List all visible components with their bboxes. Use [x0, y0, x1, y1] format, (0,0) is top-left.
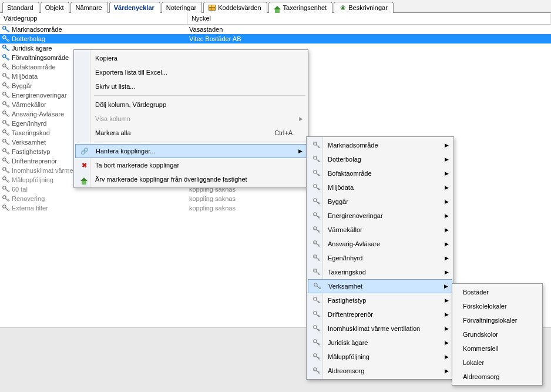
row-group-label: Driftentreprenör: [12, 156, 57, 166]
menu-item[interactable]: Inomhusklimat värme ventilation▶: [308, 321, 452, 336]
delete-icon: ✖: [76, 159, 92, 172]
menu-item[interactable]: Lokaler: [453, 356, 541, 370]
menu-item[interactable]: 🔗Hantera kopplingar...▶: [75, 144, 307, 158]
context-submenu-hantera: Marknadsområde▶Dotterbolag▶Bofaktaområde…: [306, 136, 454, 380]
table-row[interactable]: DotterbolagVitec Bostäder AB: [0, 34, 551, 43]
menu-item[interactable]: Egen/Inhyrd▶: [308, 251, 452, 265]
menu-item[interactable]: Äldreomsorg: [453, 370, 541, 384]
key-icon: [1, 138, 11, 147]
table-row[interactable]: MarknadsområdeVasastaden: [0, 25, 551, 34]
menu-item[interactable]: Fastighetstyp▶: [308, 293, 452, 307]
column-header-key[interactable]: Nyckel: [188, 13, 551, 24]
tab-beskrivningar[interactable]: ❀Beskrivningar: [334, 2, 394, 13]
row-group-label: Verksamhet: [12, 138, 46, 147]
row-key-value: Vitec Bostäder AB: [188, 34, 551, 43]
menu-item: Visa kolumn▶: [75, 112, 307, 126]
tab-koddelsvärden[interactable]: Koddelsvärden: [203, 2, 267, 13]
svg-line-35: [8, 106, 9, 108]
row-group-label: Juridisk ägare: [12, 43, 52, 53]
menu-item[interactable]: Byggår▶: [308, 195, 452, 209]
row-group-label: Renovering: [12, 194, 45, 203]
menu-item-label: Miljödata: [328, 184, 438, 191]
menu-item[interactable]: Marknadsområde▶: [308, 138, 452, 152]
svg-line-142: [318, 357, 320, 359]
menu-item-label: Äldreomsorg: [463, 373, 527, 380]
menu-item[interactable]: Taxeringskod▶: [308, 265, 452, 279]
menu-item-label: Bostäder: [463, 289, 527, 296]
menu-item[interactable]: Kopiera: [75, 51, 307, 65]
menu-item[interactable]: Värmekällor▶: [308, 223, 452, 237]
svg-line-126: [318, 301, 320, 302]
svg-line-86: [318, 160, 320, 161]
menu-item[interactable]: Energirenoveringar▶: [308, 209, 452, 223]
menu-separator: [94, 142, 305, 142]
row-group-label: Egen/Inhyrd: [12, 119, 46, 128]
submenu-arrow-icon: ▶: [445, 354, 449, 360]
key-icon: [1, 203, 11, 213]
menu-item[interactable]: Kommersiell: [453, 341, 541, 356]
menu-item[interactable]: Driftentreprenör▶: [308, 307, 452, 321]
svg-line-19: [8, 69, 9, 70]
key-icon: [1, 43, 11, 53]
tab-standard[interactable]: Standard: [2, 2, 39, 13]
menu-item[interactable]: Bofaktaområde▶: [308, 166, 452, 180]
menu-item[interactable]: Förskolelokaler: [453, 299, 541, 313]
menu-item[interactable]: Måluppföljning▶: [308, 350, 452, 364]
menu-item[interactable]: Förvaltningslokaler: [453, 313, 541, 327]
svg-line-106: [318, 230, 320, 232]
svg-line-82: [318, 146, 320, 147]
menu-item-label: Kommersiell: [463, 345, 527, 352]
svg-line-67: [8, 182, 9, 183]
svg-line-14: [8, 58, 9, 59]
menu-item[interactable]: Exportera lista till Excel...: [75, 65, 307, 79]
svg-line-134: [318, 329, 320, 330]
tab-nämnare[interactable]: Nämnare: [70, 2, 107, 13]
column-header-group[interactable]: Värdegrupp: [0, 13, 188, 24]
menu-item-label: Driftentreprenör: [328, 311, 438, 318]
menu-item[interactable]: Ärv markerade kopplingar från överliggan…: [75, 172, 307, 186]
table-row[interactable]: Renoveringkoppling saknas: [0, 194, 551, 203]
key-icon: [309, 139, 324, 152]
menu-item[interactable]: Bostäder: [453, 285, 541, 299]
tab-label: Värdenycklar: [114, 4, 154, 11]
menu-separator: [94, 95, 305, 96]
tab-objekt[interactable]: Objekt: [41, 2, 70, 13]
menu-item[interactable]: Äldreomsorg▶: [308, 364, 452, 378]
key-icon: [309, 209, 324, 222]
menu-item[interactable]: Skriv ut lista...: [75, 79, 307, 93]
tab-taxeringsenhet[interactable]: Taxeringsenhet: [268, 2, 333, 13]
svg-line-127: [319, 302, 320, 303]
table-row[interactable]: Externa filterkoppling saknas: [0, 203, 551, 213]
menu-item-label: Grundskolor: [463, 331, 527, 338]
menu-item[interactable]: Dölj kolumn, Värdegrupp: [75, 98, 307, 112]
tab-noteringar[interactable]: Noteringar: [162, 2, 202, 13]
svg-line-50: [8, 143, 9, 144]
menu-item-label: Verksamhet: [328, 283, 438, 290]
submenu-arrow-icon: ▶: [445, 368, 449, 374]
row-group-label: Måluppföljning: [12, 175, 53, 185]
menu-item-label: Förskolelokaler: [463, 303, 527, 310]
svg-line-70: [8, 190, 9, 191]
menu-item-label: Ärv markerade kopplingar från överliggan…: [95, 176, 293, 183]
menu-item[interactable]: Grundskolor: [453, 327, 541, 341]
menu-item-label: Förvaltningslokaler: [463, 317, 527, 324]
menu-item[interactable]: ✖Ta bort markerade kopplingar: [75, 158, 307, 172]
svg-line-139: [319, 344, 320, 346]
svg-line-27: [8, 88, 9, 89]
key-icon: [309, 223, 324, 236]
submenu-arrow-icon: ▶: [445, 326, 449, 331]
key-icon: [310, 280, 325, 293]
tab-värdenycklar[interactable]: Värdenycklar: [109, 2, 160, 13]
menu-item-label: Marknadsområde: [328, 142, 438, 149]
key-icon: [1, 185, 11, 194]
menu-item[interactable]: Juridisk ägare▶: [308, 336, 452, 350]
menu-item[interactable]: Miljödata▶: [308, 180, 452, 195]
column-headers: Värdegrupp Nyckel: [0, 13, 551, 25]
menu-item[interactable]: Dotterbolag▶: [308, 152, 452, 166]
svg-line-11: [8, 50, 9, 51]
menu-item[interactable]: Verksamhet▶: [308, 279, 452, 293]
submenu-arrow-icon: ▶: [445, 213, 449, 219]
key-icon: [1, 100, 11, 109]
menu-item[interactable]: Markera allaCtrl+A: [75, 126, 307, 140]
menu-item[interactable]: Ansvarig-Avläsare▶: [308, 237, 452, 251]
